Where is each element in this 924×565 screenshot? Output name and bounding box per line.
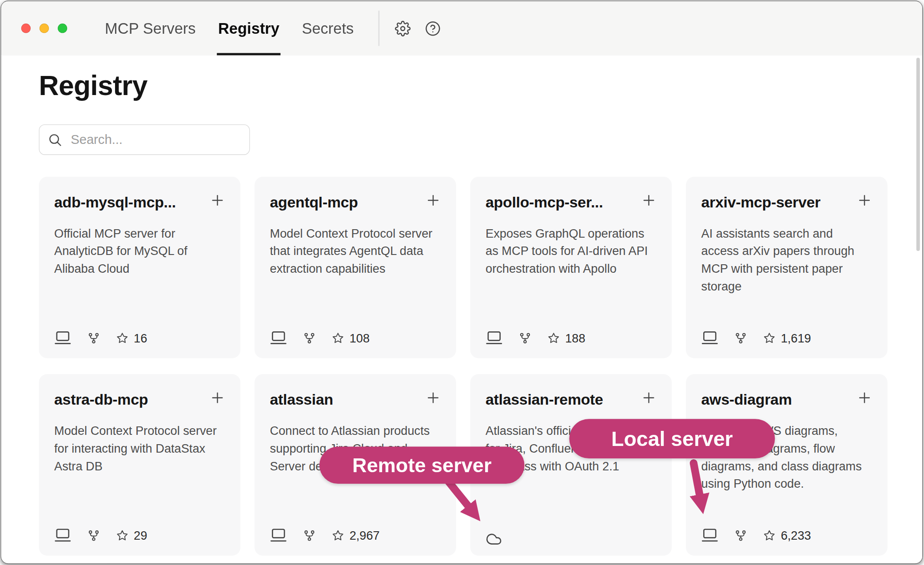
close-button[interactable] (21, 24, 31, 33)
server-name: atlassian-remote (486, 389, 603, 409)
window-controls (1, 1, 68, 56)
add-server-button[interactable] (210, 390, 225, 406)
add-server-button[interactable] (426, 390, 441, 406)
server-card-agentql-mcp[interactable]: agentql-mcp Model Context Protocol serve… (255, 177, 456, 358)
server-description: Exposes GraphQL operations as MCP tools … (486, 225, 657, 278)
laptop-icon (270, 528, 287, 543)
laptop-icon (54, 528, 71, 543)
plus-icon (857, 390, 872, 406)
card-footer: 6,233 (701, 528, 811, 543)
server-name: adb-mysql-mcp... (54, 191, 176, 211)
card-footer: 16 (54, 331, 147, 346)
stars-count-group: 188 (547, 331, 585, 345)
add-server-button[interactable] (857, 390, 872, 406)
plus-icon (426, 390, 441, 406)
tab-registry[interactable]: Registry (218, 1, 279, 56)
stars-count: 188 (565, 331, 585, 345)
cloud-icon (486, 531, 502, 548)
server-name: atlassian (270, 389, 333, 409)
card-footer (486, 531, 502, 548)
main-content: Registry adb-mysql-mcp... (1, 56, 922, 563)
stars-count-group: 6,233 (763, 529, 811, 543)
add-server-button[interactable] (426, 193, 441, 208)
local-server-callout: Local server (569, 419, 775, 458)
stars-count-group: 1,619 (763, 331, 811, 345)
tab-mcp-servers[interactable]: MCP Servers (105, 1, 195, 56)
app-window-wrapper: MCP Servers Registry Secrets Registry (0, 0, 924, 565)
stars-count-group: 29 (116, 529, 147, 543)
server-name: arxiv-mcp-server (701, 191, 820, 211)
server-card-arxiv-mcp-server[interactable]: arxiv-mcp-server AI assistants search an… (686, 177, 888, 358)
scrollbar-thumb[interactable] (916, 58, 920, 251)
fork-icon (518, 332, 531, 345)
star-icon (332, 332, 344, 344)
add-server-button[interactable] (857, 193, 872, 208)
zoom-button[interactable] (58, 24, 67, 33)
card-footer: 29 (54, 528, 147, 543)
gear-icon[interactable] (395, 20, 411, 36)
stars-count-group: 108 (332, 331, 370, 345)
stars-count: 6,233 (781, 529, 811, 543)
plus-icon (210, 193, 225, 208)
minimize-button[interactable] (40, 24, 49, 33)
search-input[interactable] (70, 131, 245, 148)
local-server-callout-label: Local server (611, 427, 733, 450)
fork-icon (734, 332, 747, 345)
plus-icon (210, 390, 225, 406)
star-icon (763, 332, 776, 344)
card-footer: 188 (486, 331, 585, 346)
plus-icon (641, 390, 656, 406)
fork-icon (87, 332, 100, 345)
add-server-button[interactable] (641, 193, 656, 208)
laptop-icon (486, 331, 502, 346)
fork-icon (303, 332, 316, 345)
star-icon (763, 529, 776, 542)
stars-count: 2,967 (350, 529, 380, 543)
card-footer: 108 (270, 331, 370, 346)
add-server-button[interactable] (210, 193, 225, 208)
stars-count-group: 2,967 (332, 529, 380, 543)
fork-icon (303, 529, 316, 542)
laptop-icon (54, 331, 71, 346)
plus-icon (641, 193, 656, 208)
server-card-aws-diagram[interactable]: aws-diagram Generate AWS diagrams, seque… (686, 374, 888, 556)
star-icon (116, 332, 128, 344)
fork-icon (734, 529, 747, 542)
stars-count: 16 (134, 331, 147, 345)
page-title: Registry (39, 71, 922, 99)
registry-grid: adb-mysql-mcp... Official MCP server for… (39, 177, 888, 556)
server-card-astra-db-mcp[interactable]: astra-db-mcp Model Context Protocol serv… (39, 374, 241, 556)
nav-tabs: MCP Servers Registry Secrets (105, 1, 354, 56)
laptop-icon (270, 331, 287, 346)
server-name: astra-db-mcp (54, 389, 148, 409)
remote-server-callout-label: Remote server (352, 454, 491, 477)
server-description: Model Context Protocol server that integ… (270, 225, 441, 278)
stars-count-group: 16 (116, 331, 147, 345)
plus-icon (857, 193, 872, 208)
titlebar: MCP Servers Registry Secrets (1, 1, 922, 56)
stars-count: 29 (134, 529, 147, 543)
help-icon[interactable] (425, 20, 441, 36)
server-description: Official MCP server for AnalyticDB for M… (54, 225, 225, 278)
remote-server-callout: Remote server (319, 447, 525, 484)
server-description: AI assistants search and access arXiv pa… (701, 225, 872, 295)
fork-icon (87, 529, 100, 542)
plus-icon (426, 193, 441, 208)
add-server-button[interactable] (641, 390, 656, 406)
server-name: apollo-mcp-ser... (486, 191, 603, 211)
laptop-icon (701, 331, 718, 346)
search-icon (48, 132, 62, 147)
card-footer: 2,967 (270, 528, 380, 543)
laptop-icon (701, 528, 718, 543)
tab-secrets[interactable]: Secrets (302, 1, 354, 56)
card-footer: 1,619 (701, 331, 811, 346)
search-box (39, 124, 250, 155)
stars-count: 108 (350, 331, 370, 345)
star-icon (116, 529, 128, 542)
server-card-adb-mysql-mcp[interactable]: adb-mysql-mcp... Official MCP server for… (39, 177, 241, 358)
star-icon (547, 332, 560, 344)
stars-count: 1,619 (781, 331, 811, 345)
server-card-apollo-mcp-server[interactable]: apollo-mcp-ser... Exposes GraphQL operat… (470, 177, 672, 358)
server-name: agentql-mcp (270, 191, 358, 211)
titlebar-divider (378, 11, 380, 46)
